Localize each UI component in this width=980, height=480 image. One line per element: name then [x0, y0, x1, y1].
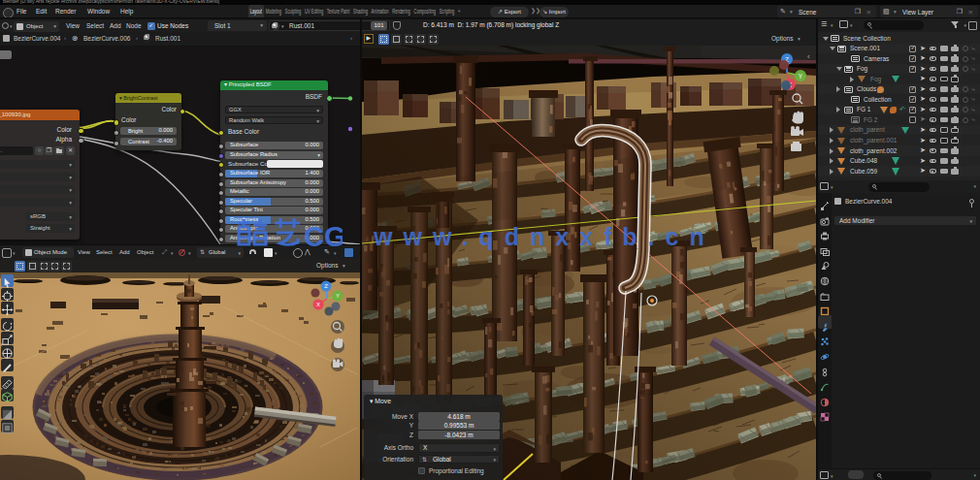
svg-text:Y: Y: [799, 73, 803, 80]
svg-text:‹: ‹: [807, 52, 810, 61]
svg-text:X: X: [316, 302, 320, 307]
svg-text:Z: Z: [324, 283, 328, 289]
svg-text:Y: Y: [336, 293, 340, 299]
